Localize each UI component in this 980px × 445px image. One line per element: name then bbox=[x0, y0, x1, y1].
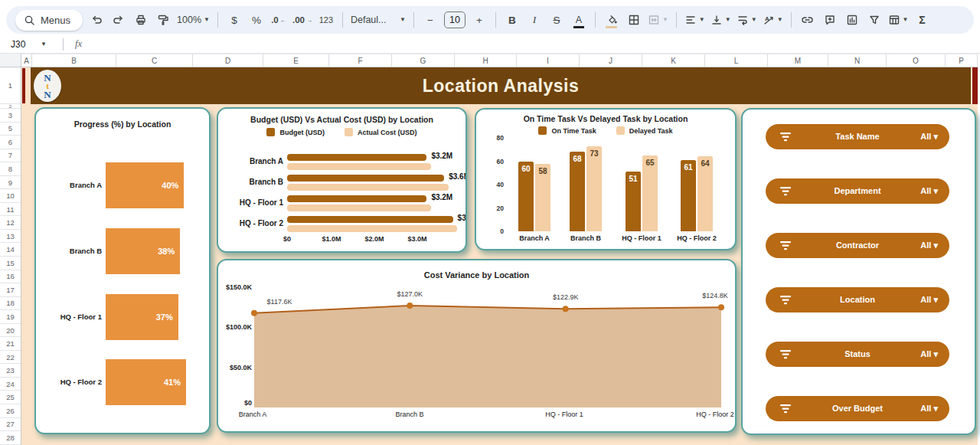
column-header-K[interactable]: K bbox=[642, 54, 705, 67]
row-header-12[interactable]: 12 bbox=[0, 216, 21, 230]
column-header-N[interactable]: N bbox=[828, 54, 887, 67]
row-header-14[interactable]: 14 bbox=[0, 243, 21, 257]
print-button[interactable] bbox=[132, 10, 149, 30]
row-header-27[interactable]: 27 bbox=[0, 418, 21, 432]
row-header-9[interactable]: 9 bbox=[0, 176, 21, 190]
row-header-11[interactable]: 11 bbox=[0, 203, 21, 217]
row-header-21[interactable]: 21 bbox=[0, 337, 21, 351]
column-header-L[interactable]: L bbox=[705, 54, 768, 67]
column-header-D[interactable]: D bbox=[193, 54, 263, 67]
row-header-28[interactable]: 28 bbox=[0, 431, 21, 445]
decrease-decimal-button[interactable]: .0← bbox=[270, 10, 287, 30]
x-tick-label: $1.0M bbox=[315, 235, 348, 243]
format-currency-button[interactable]: $ bbox=[226, 10, 243, 30]
filter-value[interactable]: All ▾ bbox=[920, 342, 938, 367]
horizontal-align-button[interactable]: ▼ bbox=[684, 10, 705, 30]
column-header-H[interactable]: H bbox=[455, 54, 517, 67]
bold-button[interactable]: B bbox=[504, 10, 521, 30]
progress-bar: 37% bbox=[106, 294, 178, 340]
font-size-input[interactable]: 10 bbox=[444, 11, 466, 28]
row-header-22[interactable]: 22 bbox=[0, 351, 21, 365]
row-header-8[interactable]: 8 bbox=[0, 162, 21, 176]
zoom-select[interactable]: 100%▼ bbox=[177, 10, 210, 30]
filter-value[interactable]: All ▾ bbox=[920, 396, 938, 421]
fill-color-button[interactable] bbox=[603, 10, 620, 30]
filter-value[interactable]: All ▾ bbox=[920, 287, 938, 312]
row-header-6[interactable]: 6 bbox=[0, 136, 21, 149]
row-header-24[interactable]: 24 bbox=[0, 378, 21, 391]
merge-cells-button[interactable]: ▼ bbox=[648, 10, 668, 30]
insert-comment-button[interactable] bbox=[822, 10, 838, 30]
strikethrough-label: S bbox=[553, 15, 560, 26]
row-header-13[interactable]: 13 bbox=[0, 230, 21, 244]
column-header-M[interactable]: M bbox=[768, 54, 828, 67]
row-header-18[interactable]: 18 bbox=[0, 297, 21, 311]
functions-button[interactable]: Σ bbox=[913, 10, 930, 30]
insert-chart-button[interactable] bbox=[844, 10, 861, 30]
filter-value[interactable]: All ▾ bbox=[920, 178, 938, 204]
name-box[interactable]: J30 bbox=[0, 39, 40, 50]
row-header-7[interactable]: 7 bbox=[0, 149, 21, 163]
column-header-A[interactable]: A bbox=[21, 54, 32, 67]
paint-format-button[interactable] bbox=[155, 10, 172, 30]
cost-variance-chart-card[interactable]: Cost Variance by Location$150.0K$100.0K$… bbox=[217, 259, 737, 433]
chart-icon bbox=[846, 14, 858, 26]
decrease-font-size-button[interactable]: − bbox=[422, 10, 439, 30]
format-percent-button[interactable]: % bbox=[248, 10, 265, 30]
row-header-19[interactable]: 19 bbox=[0, 310, 21, 324]
divider bbox=[217, 12, 218, 28]
increase-font-size-button[interactable]: + bbox=[471, 10, 488, 30]
number-format-button[interactable]: 123 bbox=[318, 10, 335, 30]
column-header-C[interactable]: C bbox=[116, 54, 193, 67]
column-header-J[interactable]: J bbox=[580, 54, 642, 67]
column-header-B[interactable]: B bbox=[32, 54, 116, 67]
column-header-F[interactable]: F bbox=[329, 54, 392, 67]
italic-button[interactable]: I bbox=[526, 10, 543, 30]
column-header-E[interactable]: E bbox=[263, 54, 329, 67]
row-header-3[interactable]: 3 bbox=[0, 109, 21, 123]
filter-value[interactable]: All ▾ bbox=[920, 124, 938, 149]
select-all-corner[interactable] bbox=[0, 54, 21, 67]
column-header-G[interactable]: G bbox=[392, 54, 455, 67]
table-views-button[interactable]: ▼ bbox=[888, 10, 909, 30]
legend-swatch bbox=[538, 126, 547, 135]
menus-button[interactable]: Menus bbox=[15, 10, 83, 31]
undo-button[interactable] bbox=[88, 10, 105, 30]
filter-value[interactable]: All ▾ bbox=[920, 233, 938, 258]
filter-button-location[interactable]: LocationAll ▾ bbox=[766, 287, 949, 312]
column-header-O[interactable]: O bbox=[887, 54, 946, 67]
row-header-5[interactable]: 5 bbox=[0, 123, 21, 136]
filter-button-department[interactable]: DepartmentAll ▾ bbox=[766, 178, 949, 204]
filter-button-task-name[interactable]: Task NameAll ▾ bbox=[766, 124, 949, 149]
filter-button-contractor[interactable]: ContractorAll ▾ bbox=[766, 233, 949, 258]
borders-button[interactable] bbox=[626, 10, 642, 30]
column-header-P[interactable]: P bbox=[946, 54, 978, 67]
filter-button-status[interactable]: StatusAll ▾ bbox=[766, 342, 949, 367]
row-header-17[interactable]: 17 bbox=[0, 283, 21, 297]
tasks-chart-card[interactable]: On Time Task Vs Delayed Task by Location… bbox=[475, 108, 737, 250]
increase-decimal-button[interactable]: .00→ bbox=[292, 10, 312, 30]
row-header-26[interactable]: 26 bbox=[0, 404, 21, 418]
row-header-20[interactable]: 20 bbox=[0, 324, 21, 338]
create-filter-button[interactable] bbox=[866, 10, 883, 30]
strikethrough-button[interactable]: S bbox=[548, 10, 565, 30]
chevron-down-icon[interactable]: ▼ bbox=[41, 41, 47, 47]
legend-label: Actual Cost (USD) bbox=[358, 129, 417, 136]
row-header-10[interactable]: 10 bbox=[0, 189, 21, 203]
text-rotation-button[interactable]: A▼ bbox=[763, 10, 783, 30]
column-header-I[interactable]: I bbox=[517, 54, 580, 67]
row-header-25[interactable]: 25 bbox=[0, 391, 21, 404]
font-select[interactable]: Defaul...▼ bbox=[351, 10, 406, 30]
budget-chart-card[interactable]: Budget (USD) Vs Actual Cost (USD) by Loc… bbox=[217, 107, 467, 253]
row-header-16[interactable]: 16 bbox=[0, 270, 21, 284]
progress-chart-card[interactable]: Progress (%) by LocationBranch A40%Branc… bbox=[34, 107, 211, 434]
text-color-button[interactable]: A bbox=[570, 10, 587, 30]
row-header-23[interactable]: 23 bbox=[0, 364, 21, 378]
row-header-15[interactable]: 15 bbox=[0, 257, 21, 270]
redo-button[interactable] bbox=[110, 10, 127, 30]
row-header-1[interactable]: 1 bbox=[0, 67, 21, 104]
text-wrap-button[interactable]: ▼ bbox=[737, 10, 757, 30]
insert-link-button[interactable] bbox=[799, 10, 816, 30]
filter-button-over-budget[interactable]: Over BudgetAll ▾ bbox=[766, 396, 949, 421]
vertical-align-button[interactable]: ▼ bbox=[710, 10, 731, 30]
